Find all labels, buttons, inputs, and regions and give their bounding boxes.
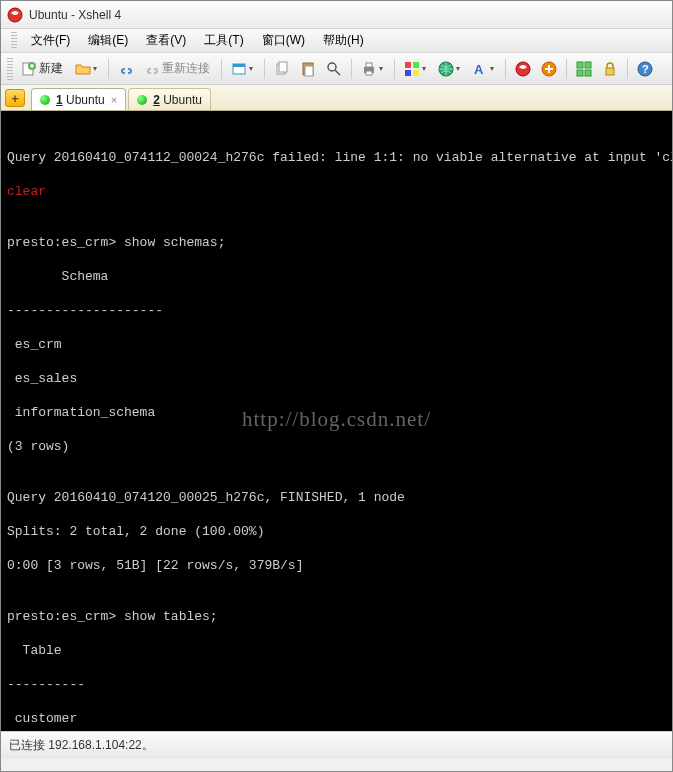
print-dropdown-icon[interactable]: ▾	[377, 61, 385, 77]
separator	[627, 59, 628, 79]
font-icon: A	[472, 61, 488, 77]
colors-button[interactable]: ▾	[400, 57, 432, 81]
tab-2[interactable]: 2 Ubuntu	[128, 88, 211, 110]
xftp-button[interactable]	[537, 57, 561, 81]
menu-bar: 文件(F) 编辑(E) 查看(V) 工具(T) 窗口(W) 帮助(H)	[1, 29, 672, 53]
lock-button[interactable]	[598, 57, 622, 81]
search-button[interactable]	[322, 57, 346, 81]
svg-rect-12	[366, 71, 372, 75]
term-line: presto:es_crm> show schemas;	[7, 234, 666, 251]
toolbar: 新建 ▾ 重新连接 ▾ ▾ ▾ ▾ A▾ ?	[1, 53, 672, 85]
tab-1[interactable]: 1 Ubuntu ×	[31, 88, 126, 110]
menu-tools[interactable]: 工具(T)	[196, 30, 251, 51]
svg-rect-8	[305, 66, 313, 76]
add-tab-button[interactable]: +	[5, 89, 25, 107]
svg-rect-23	[577, 70, 583, 76]
new-icon	[21, 61, 37, 77]
tab-close-button[interactable]: ×	[111, 94, 117, 106]
title-bar: Ubuntu - Xshell 4	[1, 1, 672, 29]
new-button[interactable]: 新建	[17, 57, 69, 81]
print-icon	[361, 61, 377, 77]
lock-icon	[602, 61, 618, 77]
separator	[566, 59, 567, 79]
reconnect-icon	[144, 61, 160, 77]
term-line: (3 rows)	[7, 438, 666, 455]
tab-label: 2 Ubuntu	[153, 93, 202, 107]
connection-status-icon	[40, 95, 50, 105]
menu-file[interactable]: 文件(F)	[23, 30, 78, 51]
connection-status-icon	[137, 95, 147, 105]
copy-icon	[274, 61, 290, 77]
reconnect-label: 重新连接	[162, 60, 210, 77]
svg-rect-16	[413, 70, 419, 76]
term-line: 0:00 [3 rows, 51B] [22 rows/s, 379B/s]	[7, 557, 666, 574]
xshell-button[interactable]	[511, 57, 535, 81]
svg-rect-15	[405, 70, 411, 76]
svg-text:A: A	[474, 62, 484, 77]
term-line: Query 20160410_074120_00025_h276c, FINIS…	[7, 489, 666, 506]
separator	[394, 59, 395, 79]
svg-rect-22	[585, 62, 591, 68]
globe-dropdown-icon[interactable]: ▾	[454, 61, 462, 77]
term-line: presto:es_crm> show tables;	[7, 608, 666, 625]
tab-bar: + 1 Ubuntu × 2 Ubuntu	[1, 85, 672, 111]
copy-button[interactable]	[270, 57, 294, 81]
svg-rect-11	[366, 63, 372, 67]
reconnect-button[interactable]: 重新连接	[140, 57, 216, 81]
globe-icon	[438, 61, 454, 77]
separator	[108, 59, 109, 79]
paste-button[interactable]	[296, 57, 320, 81]
folder-open-icon	[75, 61, 91, 77]
term-line: Schema	[7, 268, 666, 285]
term-line: Query 20160410_074112_00024_h276c failed…	[7, 149, 666, 166]
link-icon	[118, 61, 134, 77]
menu-grip[interactable]	[11, 32, 17, 50]
props-icon	[231, 61, 247, 77]
svg-rect-14	[413, 62, 419, 68]
separator	[221, 59, 222, 79]
font-button[interactable]: A▾	[468, 57, 500, 81]
status-text: 已连接 192.168.1.104:22。	[9, 737, 154, 754]
help-button[interactable]: ?	[633, 57, 657, 81]
svg-rect-21	[577, 62, 583, 68]
svg-rect-13	[405, 62, 411, 68]
separator	[351, 59, 352, 79]
props-button[interactable]: ▾	[227, 57, 259, 81]
term-line: Table	[7, 642, 666, 659]
term-line: es_sales	[7, 370, 666, 387]
separator	[264, 59, 265, 79]
xshell-icon	[515, 61, 531, 77]
tab-label: 1 Ubuntu	[56, 93, 105, 107]
app-icon	[7, 7, 23, 23]
help-icon: ?	[637, 61, 653, 77]
print-button[interactable]: ▾	[357, 57, 389, 81]
tile-icon	[576, 61, 592, 77]
font-dropdown-icon[interactable]: ▾	[488, 61, 496, 77]
window-title: Ubuntu - Xshell 4	[29, 8, 121, 22]
svg-text:?: ?	[642, 63, 649, 75]
tile-button[interactable]	[572, 57, 596, 81]
link-button[interactable]	[114, 57, 138, 81]
menu-edit[interactable]: 编辑(E)	[80, 30, 136, 51]
colors-dropdown-icon[interactable]: ▾	[420, 61, 428, 77]
menu-window[interactable]: 窗口(W)	[254, 30, 313, 51]
open-dropdown-icon[interactable]: ▾	[91, 61, 99, 77]
term-line: information_schema	[7, 404, 666, 421]
menu-help[interactable]: 帮助(H)	[315, 30, 372, 51]
globe-button[interactable]: ▾	[434, 57, 466, 81]
svg-rect-4	[233, 64, 245, 67]
toolbar-grip[interactable]	[7, 58, 13, 80]
separator	[505, 59, 506, 79]
open-button[interactable]: ▾	[71, 57, 103, 81]
term-line-error: clear	[7, 183, 666, 200]
colors-icon	[404, 61, 420, 77]
svg-rect-25	[606, 68, 614, 75]
svg-rect-24	[585, 70, 591, 76]
status-bar: 已连接 192.168.1.104:22。	[1, 731, 672, 759]
menu-view[interactable]: 查看(V)	[138, 30, 194, 51]
term-line: ----------	[7, 676, 666, 693]
xftp-icon	[541, 61, 557, 77]
props-dropdown-icon[interactable]: ▾	[247, 61, 255, 77]
term-line: --------------------	[7, 302, 666, 319]
terminal[interactable]: http://blog.csdn.net/ Query 20160410_074…	[1, 111, 672, 731]
